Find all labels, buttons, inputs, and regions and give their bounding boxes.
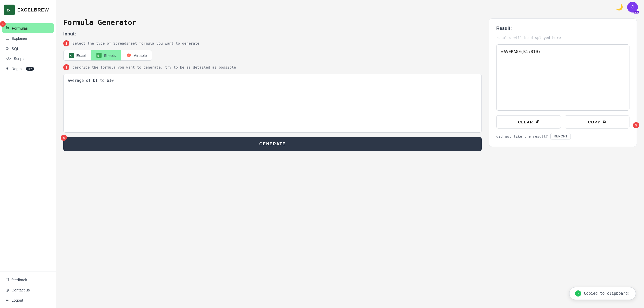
sidebar-item-logout[interactable]: ⇒ Logout	[2, 295, 54, 305]
svg-text:A: A	[128, 54, 129, 57]
step2-badge: 2	[63, 40, 69, 46]
sidebar-nav: 1 fx Formulas ☰ Explainer ⊙ SQL </> Scri…	[0, 20, 56, 272]
sidebar-item-contact-label: Contact us	[11, 288, 30, 292]
contact-icon: ◎	[6, 288, 9, 292]
logout-icon: ⇒	[6, 298, 9, 302]
sidebar-item-feedback-label: feedback	[11, 278, 27, 282]
sidebar-item-regex[interactable]: ✱ Regex new	[2, 64, 54, 73]
avatar-letter: J	[631, 5, 634, 9]
input-section: Input: 2 Select the type of Spreadsheet …	[63, 31, 482, 133]
scripts-icon: </>	[6, 56, 11, 61]
sidebar-item-feedback[interactable]: ☐ feedback	[2, 275, 54, 285]
step3-text: describe the formula you want to generat…	[72, 65, 236, 69]
action-row: CLEAR ↺ COPY ⧉	[496, 115, 629, 129]
step1-badge: 1	[0, 21, 6, 27]
report-row: did not like the result? REPORT	[496, 133, 629, 139]
left-panel: Formula Generator Input: 2 Select the ty…	[63, 18, 482, 302]
main-content: Formula Generator Input: 2 Select the ty…	[56, 0, 644, 308]
result-box: =AVERAGE(B1:B10)	[496, 44, 629, 111]
input-label: Input:	[63, 31, 482, 37]
result-panel: Result: results will be displayed here =…	[489, 18, 637, 147]
generate-wrapper: 4 GENERATE	[63, 137, 482, 151]
formula-input[interactable]	[63, 74, 482, 133]
logo-icon: fx	[4, 5, 15, 15]
report-text: did not like the result?	[496, 134, 548, 138]
clear-label: CLEAR	[518, 120, 533, 124]
sheets-label: Sheets	[104, 53, 116, 58]
clear-icon: ↺	[536, 120, 539, 124]
step2-row: 2 Select the type of Spreadsheet formula…	[63, 40, 482, 46]
svg-text:S: S	[97, 54, 99, 57]
formula-type-selector: X Excel S Sheets A Airtable	[63, 50, 152, 61]
step5-badge: 5	[633, 122, 639, 128]
toast-notification: ✓ Copied to clipboard!	[569, 287, 636, 300]
formula-type-airtable[interactable]: A Airtable	[121, 50, 152, 60]
report-button[interactable]: REPORT	[550, 133, 571, 139]
explainer-icon: ☰	[6, 36, 9, 41]
svg-text:X: X	[70, 54, 72, 57]
copy-icon: ⧉	[603, 120, 606, 124]
avatar[interactable]: J pro	[627, 2, 638, 12]
step3-row: 3 describe the formula you want to gener…	[63, 64, 482, 70]
feedback-icon: ☐	[6, 277, 9, 282]
logo: fx EXCELBREW	[0, 0, 56, 20]
toast-message: Copied to clipboard!	[584, 291, 630, 296]
generate-button[interactable]: GENERATE	[63, 137, 482, 151]
step4-badge: 4	[61, 135, 67, 141]
dark-mode-icon[interactable]: 🌙	[615, 4, 623, 11]
copy-button[interactable]: COPY ⧉	[565, 115, 629, 129]
logo-text: EXCELBREW	[17, 7, 49, 13]
excel-icon: X	[69, 53, 74, 58]
sidebar-item-formulas-label: Formulas	[12, 26, 28, 30]
toast-check-icon: ✓	[575, 290, 581, 297]
step3-badge: 3	[63, 64, 69, 70]
formula-type-excel[interactable]: X Excel	[64, 50, 91, 60]
sidebar-item-explainer-label: Explainer	[11, 36, 28, 41]
airtable-icon: A	[126, 53, 132, 58]
topbar: 🌙 J pro	[56, 0, 644, 14]
result-hint: results will be displayed here	[496, 36, 629, 40]
sidebar-item-sql-label: SQL	[11, 46, 19, 51]
sidebar-item-explainer[interactable]: ☰ Explainer	[2, 33, 54, 43]
sidebar-item-contact[interactable]: ◎ Contact us	[2, 285, 54, 295]
sidebar-item-formulas[interactable]: 1 fx Formulas	[2, 23, 54, 33]
copy-label: COPY	[588, 120, 600, 124]
sidebar-item-scripts-label: Scripts	[14, 56, 26, 61]
clear-button[interactable]: CLEAR ↺	[496, 115, 561, 129]
sidebar-item-regex-label: Regex	[11, 67, 22, 71]
sheets-icon: S	[96, 53, 102, 58]
sidebar-item-logout-label: Logout	[11, 298, 23, 302]
result-label: Result:	[496, 26, 629, 31]
new-badge: new	[26, 67, 34, 71]
page-title: Formula Generator	[63, 18, 482, 27]
sidebar-item-scripts[interactable]: </> Scripts	[2, 54, 54, 63]
excel-label: Excel	[76, 53, 86, 58]
sidebar-item-sql[interactable]: ⊙ SQL	[2, 44, 54, 53]
pro-badge: pro	[634, 11, 639, 14]
formula-type-sheets[interactable]: S Sheets	[91, 50, 121, 60]
sidebar: fx EXCELBREW 1 fx Formulas ☰ Explainer ⊙…	[0, 0, 56, 308]
regex-icon: ✱	[6, 66, 9, 71]
svg-text:fx: fx	[7, 8, 10, 12]
sidebar-bottom: ☐ feedback ◎ Contact us ⇒ Logout	[0, 272, 56, 308]
fx-icon: fx	[6, 26, 9, 30]
step2-text: Select the type of Spreadsheet formula y…	[72, 41, 199, 45]
sql-icon: ⊙	[6, 46, 9, 51]
airtable-label: Airtable	[134, 53, 147, 58]
